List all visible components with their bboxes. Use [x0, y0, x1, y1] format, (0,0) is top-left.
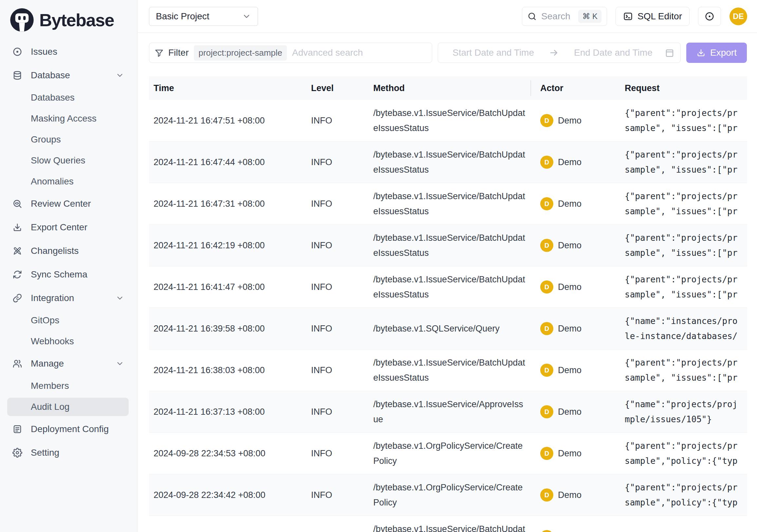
actor-avatar: D — [540, 488, 553, 502]
filter-input[interactable]: Filter project:project-sample Advanced s… — [149, 43, 432, 63]
filter-label: Filter — [168, 47, 189, 58]
column-header-level: Level — [311, 83, 373, 93]
sidebar-item-sync-schema[interactable]: Sync Schema — [0, 263, 137, 286]
sidebar-item-issues[interactable]: Issues — [0, 40, 137, 64]
table-row: 2024-11-21 16:47:31 +08:00INFO/bytebase.… — [149, 183, 747, 225]
cell-request: {"parent":"projects/pr — [625, 529, 747, 532]
search-shortcut-badge: ⌘ K — [578, 10, 601, 23]
cell-time: 2024-11-21 16:41:47 +08:00 — [149, 282, 311, 292]
request-line-1: {"parent":"projects/pr — [625, 230, 747, 245]
column-header-time: Time — [149, 83, 311, 93]
table-row: 2024-09-28 22:34:53 +08:00INFO/bytebase.… — [149, 433, 747, 474]
sql-editor-button[interactable]: SQL Editor — [616, 7, 689, 26]
cell-request: {"parent":"projects/prsample", "issues":… — [625, 355, 747, 385]
cell-level: INFO — [311, 157, 373, 168]
cell-time: 2024-11-21 16:47:51 +08:00 — [149, 116, 311, 126]
date-range-picker[interactable]: Start Date and Time End Date and Time — [438, 43, 681, 63]
request-line-2: sample", "issues":["pr — [625, 370, 747, 385]
table-row: 2024-11-21 16:39:58 +08:00INFO/bytebase.… — [149, 308, 747, 350]
sidebar-item-label: Issues — [31, 47, 57, 57]
sidebar-item-integration[interactable]: Integration — [0, 286, 137, 310]
cell-actor: DDemo — [540, 280, 625, 294]
sidebar-item-webhooks[interactable]: Webhooks — [0, 331, 137, 352]
sidebar-item-label: Webhooks — [31, 336, 74, 347]
search-placeholder: Search — [541, 11, 570, 22]
cell-method: /bytebase.v1.IssueService/BatchUpdateIss… — [373, 521, 540, 532]
file-text-icon — [13, 424, 22, 434]
sidebar-item-database[interactable]: Database — [0, 64, 137, 87]
audit-log-table: TimeLevelMethodActorRequest 2024-11-21 1… — [149, 76, 747, 532]
request-line-2: sample", "issues":["pr — [625, 287, 747, 302]
cell-method: /bytebase.v1.IssueService/BatchUpdateIss… — [373, 189, 540, 219]
cell-time: 2024-11-21 16:47:31 +08:00 — [149, 199, 311, 209]
chevron-down-icon — [116, 360, 124, 368]
cell-request: {"parent":"projects/prsample", "issues":… — [625, 230, 747, 261]
actor-avatar: D — [540, 447, 553, 460]
table-row: 2024-09-28 22:34:42 +08:00INFO/bytebase.… — [149, 474, 747, 516]
actor-avatar: D — [540, 156, 553, 169]
export-button[interactable]: Export — [686, 43, 747, 63]
sidebar-item-label: Setting — [31, 448, 59, 458]
cell-actor: DDemo — [540, 447, 625, 460]
sidebar-item-label: Integration — [31, 293, 74, 303]
column-header-request: Request — [625, 83, 747, 93]
cell-time: 2024-11-21 16:37:13 +08:00 — [149, 407, 311, 417]
sidebar-item-setting[interactable]: Setting — [0, 441, 137, 464]
actor-name: Demo — [558, 449, 582, 459]
project-selector-value: Basic Project — [156, 11, 209, 22]
cell-level: INFO — [311, 365, 373, 375]
app-logo[interactable]: Bytebase — [9, 7, 137, 33]
topbar: Basic Project Search ⌘ K SQL Editor — [138, 0, 757, 33]
request-line-2: sample", "issues":["pr — [625, 245, 747, 261]
request-line-2: mple/issues/105"} — [625, 412, 747, 427]
request-line-2: sample","policy":{"typ — [625, 454, 747, 468]
cell-method: /bytebase.v1.OrgPolicyService/CreatePoli… — [373, 480, 540, 510]
sidebar-item-changelists[interactable]: Changelists — [0, 239, 137, 263]
sidebar-item-export-center[interactable]: Export Center — [0, 216, 137, 239]
cell-level: INFO — [311, 324, 373, 334]
cell-level: INFO — [311, 449, 373, 459]
actor-name: Demo — [558, 240, 582, 251]
funnel-icon — [155, 48, 164, 57]
about-button[interactable] — [698, 7, 721, 26]
sidebar-item-databases[interactable]: Databases — [0, 87, 137, 108]
request-line-2: sample", "issues":["pr — [625, 204, 747, 219]
table-row: 2024-11-21 16:37:13 +08:00INFO/bytebase.… — [149, 391, 747, 433]
actor-avatar: D — [540, 530, 553, 532]
advanced-search-placeholder: Advanced search — [292, 47, 363, 58]
sidebar-item-gitops[interactable]: GitOps — [0, 310, 137, 331]
sidebar-item-anomalies[interactable]: Anomalies — [0, 171, 137, 192]
cell-time: 2024-09-28 22:34:53 +08:00 — [149, 449, 311, 459]
actor-name: Demo — [558, 490, 582, 500]
sidebar-item-masking-access[interactable]: Masking Access — [0, 108, 137, 129]
search-button[interactable]: Search ⌘ K — [522, 7, 607, 26]
request-line-1: {"name":"projects/proj — [625, 397, 747, 412]
actor-name: Demo — [558, 157, 582, 168]
sidebar-item-label: Databases — [31, 92, 75, 103]
sidebar-item-label: Slow Queries — [31, 155, 85, 166]
chevron-down-icon — [242, 12, 251, 21]
sidebar-item-groups[interactable]: Groups — [0, 129, 137, 150]
sidebar-item-review-center[interactable]: Review Center — [0, 192, 137, 216]
cell-request: {"name":"projects/projmple/issues/105"} — [625, 397, 747, 427]
actor-avatar: D — [540, 280, 553, 294]
sidebar-item-audit-log[interactable]: Audit Log — [0, 396, 137, 417]
sidebar-item-manage[interactable]: Manage — [0, 352, 137, 375]
user-avatar[interactable]: DE — [730, 8, 747, 25]
sidebar-nav: IssuesDatabaseDatabasesMasking AccessGro… — [0, 40, 137, 464]
project-selector[interactable]: Basic Project — [149, 7, 258, 26]
filter-tag-project[interactable]: project:project-sample — [194, 45, 287, 61]
sidebar-item-members[interactable]: Members — [0, 375, 137, 396]
target-icon — [13, 47, 22, 57]
chevron-down-icon — [116, 294, 124, 302]
request-line-1: {"parent":"projects/pr — [625, 272, 747, 287]
sidebar-item-slow-queries[interactable]: Slow Queries — [0, 150, 137, 171]
sidebar-item-label: Masking Access — [31, 113, 97, 124]
sidebar-item-label: Audit Log — [31, 402, 70, 412]
request-line-2: sample", "issues":["pr — [625, 162, 747, 177]
cell-request: {"parent":"projects/prsample", "issues":… — [625, 147, 747, 177]
cell-time: 2024-11-21 16:42:19 +08:00 — [149, 240, 311, 251]
cell-actor: DDemo — [540, 239, 625, 252]
cell-actor: DDemo — [540, 197, 625, 210]
sidebar-item-deployment-config[interactable]: Deployment Config — [0, 417, 137, 441]
